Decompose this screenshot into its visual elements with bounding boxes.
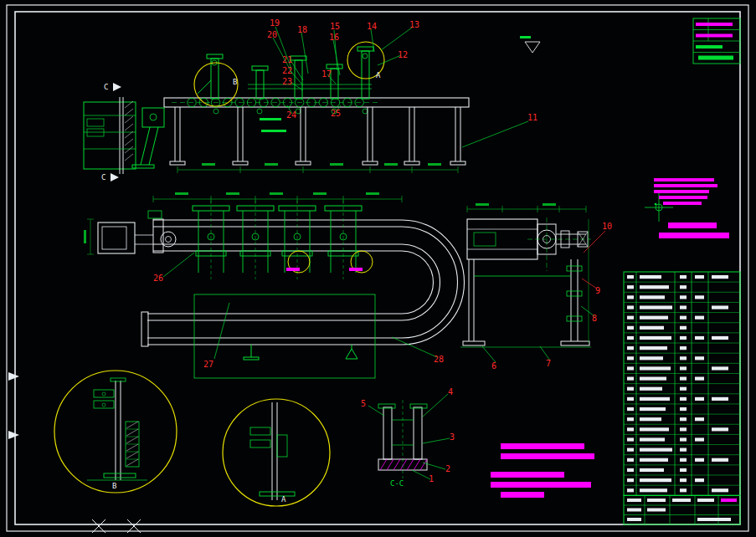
margin-arrow	[8, 372, 19, 381]
channel-wall	[383, 407, 392, 459]
callout-11: 11	[527, 113, 537, 122]
rect	[207, 54, 223, 59]
bom-cell-text	[680, 336, 687, 340]
note-line	[654, 190, 709, 193]
dim-text	[226, 192, 239, 195]
line	[149, 127, 158, 165]
bom-cell-text	[640, 387, 662, 391]
callout-3: 3	[450, 432, 455, 442]
rect	[250, 427, 270, 435]
bom-cell-text	[695, 417, 704, 421]
text-bar	[647, 499, 666, 502]
bom-cell-text	[627, 295, 634, 299]
detail-circle-b	[194, 63, 238, 106]
callout-8: 8	[592, 314, 597, 323]
rect	[111, 378, 126, 381]
bom-cell-text	[627, 397, 634, 401]
view-arrow	[111, 173, 119, 182]
callout-5: 5	[361, 399, 366, 408]
note-line	[654, 184, 717, 187]
station	[362, 51, 369, 99]
bom-cell-text	[627, 305, 634, 309]
text-bar	[696, 45, 723, 49]
hatch	[126, 422, 138, 428]
bom-cell-text	[680, 448, 687, 452]
bom-cell-text	[680, 305, 687, 309]
bom-cell-text	[640, 478, 671, 482]
hatch	[126, 429, 138, 436]
hatch	[420, 459, 427, 470]
bom-cell-text	[640, 305, 672, 309]
bom-cell-text	[627, 488, 634, 492]
bom-cell-text	[640, 295, 665, 299]
hatch	[400, 459, 407, 470]
hatch	[125, 109, 133, 115]
channel-wall	[414, 407, 422, 459]
callout-13: 13	[409, 20, 419, 29]
note-mark	[286, 268, 300, 271]
circle	[150, 114, 157, 120]
text-bar	[627, 518, 641, 521]
bom-cell-text	[680, 316, 687, 320]
bom-cell-text	[627, 346, 634, 350]
note-line	[659, 196, 707, 199]
detail-label-a-large: A	[281, 495, 286, 504]
cad-canvas: BACCC-CBA1920181516141312212223172425112…	[0, 0, 756, 537]
rail-endcap	[141, 312, 148, 346]
text-bar	[721, 499, 737, 502]
callout-24: 24	[286, 110, 296, 120]
text-bar	[696, 23, 733, 26]
bom-cell-text	[695, 356, 704, 360]
rect	[148, 211, 162, 218]
detail-label-a: A	[376, 71, 381, 79]
note-line	[491, 472, 564, 478]
bom-cell-text	[680, 377, 687, 381]
bom-cell-text	[680, 397, 687, 401]
bom-cell-text	[640, 377, 666, 381]
hatch	[387, 459, 393, 470]
text-bar	[696, 34, 733, 38]
note-line	[501, 492, 544, 498]
bom-cell-text	[640, 326, 664, 330]
callout-25: 25	[331, 109, 341, 118]
leg-foot	[363, 161, 378, 165]
bom-cell-text	[680, 275, 687, 279]
section-label: C-C	[390, 479, 404, 488]
bom-cell-text	[680, 427, 687, 431]
bom-cell-text	[695, 336, 704, 340]
view-label-c-top: C	[104, 83, 108, 91]
bom-cell-text	[640, 356, 663, 360]
bom-cell-text	[712, 366, 728, 370]
dim-text	[384, 163, 398, 166]
hatch	[126, 452, 138, 458]
dim-text	[265, 163, 278, 166]
bom-cell-text	[640, 346, 667, 350]
drive-housing	[142, 108, 164, 127]
leg-foot	[404, 161, 419, 165]
rect	[357, 47, 373, 51]
bom-cell-text	[680, 326, 687, 330]
dot	[655, 203, 657, 206]
bom-cell-text	[627, 326, 634, 330]
callout-26: 26	[153, 274, 163, 283]
bom-cell-text	[627, 275, 634, 279]
sprocket	[363, 109, 368, 114]
dim-text	[84, 230, 86, 243]
bom-cell-text	[680, 458, 687, 462]
bom-cell-text	[680, 295, 687, 299]
leg-foot	[463, 341, 485, 345]
bom-cell-text	[627, 437, 634, 441]
bom-cell-text	[680, 366, 687, 370]
hatch	[126, 437, 138, 443]
circle	[102, 403, 105, 407]
note-line	[491, 482, 591, 488]
bom-cell-text	[680, 387, 687, 391]
sprocket	[257, 109, 262, 114]
callout-1: 1	[429, 474, 434, 483]
leader-line	[462, 121, 528, 147]
callout-27: 27	[203, 360, 213, 369]
guard-outline	[194, 294, 375, 378]
rect	[474, 233, 496, 246]
leader-line	[368, 406, 384, 416]
hatch	[126, 444, 138, 451]
